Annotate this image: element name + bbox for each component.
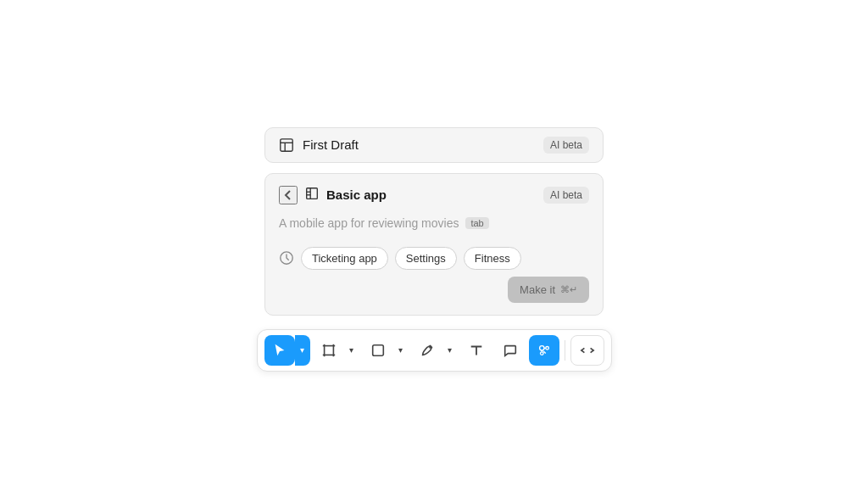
frame-tool-group: ▾	[314, 335, 359, 366]
svg-rect-0	[281, 138, 292, 150]
table-icon	[279, 137, 294, 153]
ai-tool-button[interactable]	[529, 335, 559, 366]
code-button[interactable]	[570, 335, 604, 366]
basic-app-panel: Basic app AI beta A mobile app for revie…	[264, 173, 604, 316]
chip-settings[interactable]: Settings	[395, 247, 457, 270]
basic-app-ai-badge: AI beta	[543, 187, 589, 204]
app-description-input[interactable]: A mobile app for reviewing movies tab	[279, 213, 589, 233]
first-draft-title: First Draft	[303, 137, 359, 152]
frame-tool-button[interactable]	[314, 335, 344, 366]
select-tool-group: ▾	[264, 335, 310, 366]
toolbar: ▾ ▾ ▾	[257, 329, 612, 372]
pen-tool-group: ▾	[412, 335, 458, 366]
first-draft-left: First Draft	[279, 137, 359, 153]
clock-icon	[279, 250, 294, 266]
basic-app-title: Basic app	[326, 187, 387, 202]
svg-point-13	[539, 345, 543, 350]
suggestion-chips: Ticketing app Settings Fitness	[279, 247, 589, 270]
make-it-button[interactable]: Make it ⌘↵	[508, 277, 589, 303]
book-icon	[304, 186, 320, 204]
panel-header: Basic app AI beta	[279, 186, 589, 204]
comment-tool-button[interactable]	[495, 335, 526, 366]
pen-tool-dropdown[interactable]: ▾	[442, 335, 458, 366]
pen-tool-button[interactable]	[412, 335, 442, 366]
back-button[interactable]	[279, 186, 298, 204]
tab-hint-badge: tab	[465, 217, 488, 229]
text-tool-button[interactable]	[461, 335, 492, 366]
input-placeholder-text: A mobile app for reviewing movies	[279, 216, 459, 230]
toolbar-divider	[565, 340, 565, 361]
main-container: First Draft AI beta	[264, 127, 604, 372]
make-it-container: Make it ⌘↵	[279, 270, 589, 303]
select-tool-dropdown[interactable]: ▾	[295, 335, 310, 366]
shape-tool-button[interactable]	[363, 335, 393, 366]
svg-point-14	[545, 346, 548, 350]
shape-tool-dropdown[interactable]: ▾	[393, 335, 409, 366]
select-tool-button[interactable]	[264, 335, 295, 366]
chip-ticketing-app[interactable]: Ticketing app	[301, 247, 388, 270]
panel-header-left: Basic app	[279, 186, 387, 204]
svg-point-15	[540, 351, 543, 355]
svg-rect-11	[372, 344, 383, 355]
chip-fitness[interactable]: Fitness	[464, 247, 521, 270]
frame-tool-dropdown[interactable]: ▾	[344, 335, 359, 366]
first-draft-bar: First Draft AI beta	[264, 127, 604, 163]
svg-point-12	[429, 346, 431, 349]
make-it-kbd: ⌘↵	[560, 284, 577, 295]
first-draft-ai-badge: AI beta	[543, 137, 589, 154]
shape-tool-group: ▾	[363, 335, 409, 366]
